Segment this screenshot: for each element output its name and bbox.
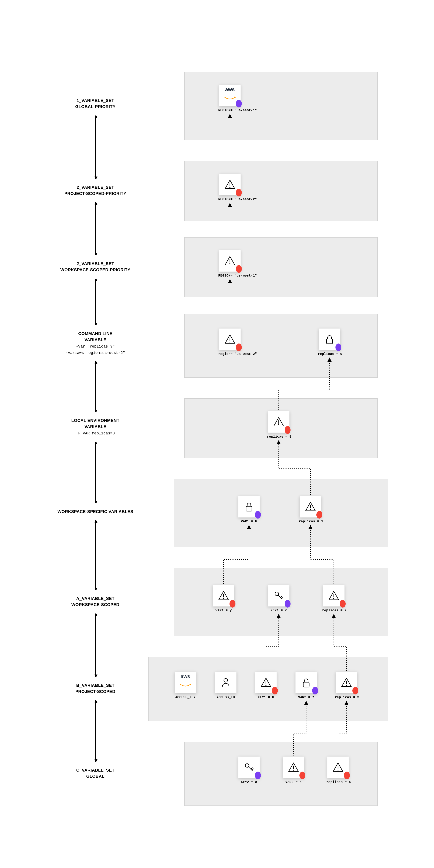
- label-7: A_VARIABLE_SET WORKSPACE-SCOPED: [55, 595, 135, 608]
- card-g9-key2: KEY2 = c: [237, 756, 261, 784]
- card-g4-replicas: replicas = 9: [318, 329, 341, 356]
- status-dot-overridden: [340, 600, 346, 608]
- status-dot-overridden: [236, 343, 242, 351]
- card-g7-replicas: replicas = 2: [322, 585, 345, 613]
- card-g8-key1: KEY1 = b: [254, 672, 278, 699]
- user-icon: [215, 672, 237, 693]
- warning-icon: [323, 585, 345, 607]
- label-7-line2: WORKSPACE-SCOPED: [71, 602, 120, 607]
- aws-icon: aws: [219, 85, 241, 106]
- cap-g1-region: REGION= "us-east-1": [218, 108, 242, 112]
- label-2-line1: 2_VARIABLE_SET: [76, 185, 114, 190]
- vline-5-6: [95, 442, 96, 503]
- cap-g8-replicas: replicas = 3: [335, 695, 358, 699]
- warning-icon: [268, 411, 289, 433]
- label-8-line2: PROJECT-SCOPED: [75, 689, 116, 694]
- status-dot-applied: [236, 100, 242, 107]
- label-9-line2: GLOBAL: [86, 774, 104, 779]
- card-g9-var2: VAR2 = a: [282, 756, 305, 784]
- label-8-line1: B_VARIABLE_SET: [76, 683, 115, 688]
- cap-g7-replicas: replicas = 2: [322, 609, 345, 613]
- cap-g9-key2: KEY2 = c: [237, 780, 261, 784]
- cap-g9-var2: VAR2 = a: [282, 780, 305, 784]
- label-9-line1: C_VARIABLE_SET: [76, 768, 115, 772]
- vline-3-4: [95, 279, 96, 325]
- status-dot-applied: [255, 511, 261, 519]
- status-dot-overridden: [236, 265, 242, 273]
- group-2-project-scoped-priority: [184, 161, 378, 221]
- label-3-line1: 2_VARIABLE_SET: [76, 261, 114, 266]
- warning-icon: [300, 496, 321, 518]
- status-dot-overridden: [300, 772, 305, 779]
- status-dot-overridden: [285, 426, 290, 434]
- card-g9-replicas: replicas = 4: [327, 756, 350, 784]
- card-g8-var2: VAR2 = z: [294, 672, 318, 699]
- status-dot-overridden: [316, 511, 322, 519]
- warning-icon: [255, 672, 277, 693]
- cap-g4-region: region= "us-west-2": [218, 352, 242, 356]
- card-g5-replicas: replicas = 8: [267, 411, 290, 439]
- status-dot-overridden: [229, 600, 236, 608]
- warning-icon: [219, 174, 241, 195]
- cap-g3-region: REGION= "us-west-1": [218, 274, 242, 278]
- label-4: COMMAND LINE VARIABLE -var="replicas=9" …: [51, 331, 140, 355]
- cap-g8-var2: VAR2 = z: [294, 695, 318, 699]
- group-1-global-priority: [184, 72, 378, 140]
- label-3-line2: WORKSPACE-SCOPED-PRIORITY: [60, 268, 130, 272]
- card-g2-region: REGION= "us-east-2": [218, 174, 242, 201]
- label-9: C_VARIABLE_SET GLOBAL: [55, 767, 135, 779]
- cap-g6-var1: VAR1 = h: [237, 520, 261, 523]
- warning-icon: [327, 756, 349, 778]
- vline-1-2: [95, 116, 96, 179]
- status-dot-overridden: [272, 687, 278, 694]
- label-5-sub: TF_VAR_replicas=8: [55, 431, 135, 436]
- lock-icon: [238, 496, 260, 518]
- card-g3-region: REGION= "us-west-1": [218, 250, 242, 278]
- vline-6-7: [95, 520, 96, 590]
- warning-icon: [219, 250, 241, 272]
- cap-g6-replicas: replicas = 1: [299, 520, 322, 523]
- label-6-line1: WORKSPACE-SPECIFIC VARIABLES: [57, 509, 133, 514]
- warning-icon: [283, 756, 304, 778]
- label-1: 1_VARIABLE_SET GLOBAL-PRIORITY: [55, 97, 135, 110]
- cap-g9-replicas: replicas = 4: [327, 780, 350, 784]
- label-4-line2: VARIABLE: [84, 337, 106, 342]
- card-g8-access-key: aws ACCESS_KEY: [174, 672, 197, 699]
- label-2: 2_VARIABLE_SET PROJECT-SCOPED-PRIORITY: [55, 184, 135, 197]
- diagram-canvas: 1_VARIABLE_SET GLOBAL-PRIORITY 2_VARIABL…: [0, 0, 434, 868]
- status-dot-overridden: [236, 189, 242, 196]
- aws-icon: aws: [175, 672, 196, 693]
- status-dot-applied: [336, 343, 341, 351]
- label-1-line2: GLOBAL-PRIORITY: [75, 104, 116, 109]
- cap-g5-replicas: replicas = 8: [267, 435, 290, 439]
- card-g6-replicas: replicas = 1: [299, 496, 322, 523]
- group-workspace-specific: [174, 479, 388, 547]
- label-3: 2_VARIABLE_SET WORKSPACE-SCOPED-PRIORITY: [46, 261, 144, 273]
- cap-g7-key1: KEY1 = x: [267, 609, 290, 613]
- card-g6-var1: VAR1 = h: [237, 496, 261, 523]
- label-4-line1: COMMAND LINE: [78, 331, 112, 336]
- card-g4-region: region= "us-west-2": [218, 329, 242, 356]
- card-g7-key1: KEY1 = x: [267, 585, 290, 613]
- vline-7-8: [95, 614, 96, 677]
- cap-g8-access-id: ACCESS_ID: [214, 695, 237, 699]
- cap-g4-replicas: replicas = 9: [318, 352, 341, 356]
- label-5-line2: VARIABLE: [84, 424, 106, 429]
- warning-icon: [336, 672, 357, 693]
- status-dot-applied: [255, 772, 261, 779]
- label-5-line1: LOCAL ENVIRONMENT: [71, 418, 120, 423]
- card-g1-region: aws REGION= "us-east-1": [218, 85, 242, 112]
- cap-g7-var1: VAR1 = y: [212, 609, 235, 613]
- warning-icon: [213, 585, 235, 607]
- card-g8-replicas: replicas = 3: [335, 672, 358, 699]
- label-7-line1: A_VARIABLE_SET: [76, 596, 115, 601]
- card-g7-var1: VAR1 = y: [212, 585, 235, 613]
- lock-icon: [296, 672, 317, 693]
- label-6: WORKSPACE-SPECIFIC VARIABLES: [46, 508, 144, 515]
- label-5: LOCAL ENVIRONMENT VARIABLE TF_VAR_replic…: [55, 417, 135, 436]
- key-icon: [268, 585, 289, 607]
- label-4-sub2: -var=aws_region=us-west-2": [51, 350, 140, 355]
- status-dot-applied: [312, 687, 318, 694]
- lock-icon: [319, 329, 340, 350]
- vline-4-5: [95, 361, 96, 412]
